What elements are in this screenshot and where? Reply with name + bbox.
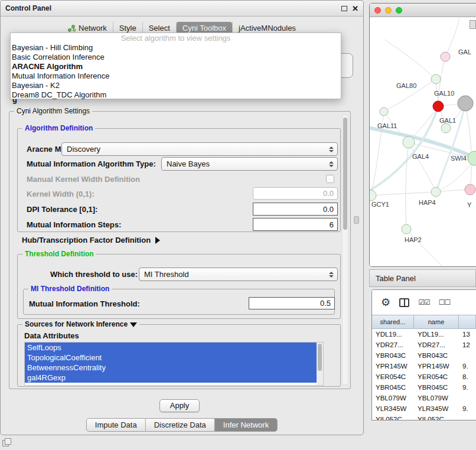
network-node[interactable] <box>402 224 411 234</box>
table-row[interactable]: YIL052CYIL052C <box>372 414 476 420</box>
desktop-window-icon[interactable] <box>2 438 12 447</box>
table-panel-titlebar[interactable]: Table Panel <box>369 269 476 287</box>
deselect-all-checkboxes-icon[interactable]: ☐☐ <box>439 299 451 306</box>
cell: 9. <box>459 384 476 391</box>
table-row[interactable]: YER054CYER054C8. <box>372 371 476 382</box>
column-header-name[interactable]: name <box>414 315 459 328</box>
dropdown-item[interactable]: Bayesian - Hill Climbing <box>11 43 341 53</box>
which-threshold-select[interactable]: MI Threshold <box>139 268 338 281</box>
table-row[interactable]: YBL079WYBL079W <box>372 393 476 403</box>
sources-title: Sources for Network Inference <box>25 320 128 328</box>
network-node-red[interactable] <box>433 101 444 112</box>
overlapping-square-icon <box>5 438 11 445</box>
dropdown-item-selected[interactable]: ARACNE Algorithm <box>11 62 341 71</box>
network-node[interactable] <box>370 190 376 201</box>
table-row[interactable]: YPR145WYPR145W9. <box>372 361 476 371</box>
dpi-tolerance-label: DPI Tolerance [0,1]: <box>27 204 97 216</box>
mi-type-label: Mutual Information Algorithm Type: <box>27 158 156 170</box>
dropdown-item[interactable]: Basic Correlation Inference <box>11 53 341 62</box>
control-panel-titlebar[interactable]: Control Panel ✕ <box>1 1 363 17</box>
mac-close-icon[interactable] <box>374 7 381 14</box>
network-node[interactable] <box>465 184 475 195</box>
network-canvas[interactable]: GAL GAL80 GAL10 GAL11 GAL1 SWI4 GAL4 GCY… <box>370 17 476 266</box>
cell: YBR045C <box>414 384 459 391</box>
cell: YDL19... <box>414 331 459 338</box>
network-node[interactable] <box>431 187 441 197</box>
collapsed-arrow-icon <box>155 237 160 244</box>
table-row[interactable]: YBR043CYBR043C <box>372 350 476 361</box>
close-icon[interactable]: ✕ <box>352 5 358 12</box>
mi-threshold-label: Mutual Information Threshold: <box>29 298 140 310</box>
list-item[interactable]: TopologicalCoefficient <box>25 353 317 363</box>
node-label: GAL10 <box>434 90 454 97</box>
cell: YBL079W <box>414 394 459 402</box>
mi-steps-input[interactable]: 6 <box>253 218 338 231</box>
cell: YBR045C <box>372 384 414 391</box>
which-threshold-label: Which threshold to use: <box>50 269 138 281</box>
network-graph[interactable]: GAL GAL80 GAL10 GAL11 GAL1 SWI4 GAL4 GCY… <box>370 17 476 267</box>
kernel-width-input[interactable]: 0.0 <box>253 187 338 200</box>
window-title: Control Panel <box>5 4 51 12</box>
group-title: Algorithm Definition <box>22 124 95 132</box>
tab-label: jActiveMNodules <box>239 24 296 32</box>
manual-kernel-checkbox[interactable] <box>326 175 334 183</box>
dropdown-item[interactable]: Bayesian - K2 <box>11 81 341 90</box>
combo-arrows-icon <box>329 272 334 278</box>
settings-scrollbar[interactable] <box>342 115 348 385</box>
mac-minimize-icon[interactable] <box>385 7 392 14</box>
node-label: SWI4 <box>451 155 467 162</box>
apply-button[interactable]: Apply <box>159 399 200 412</box>
aracne-mode-select[interactable]: Discovery <box>61 142 338 156</box>
table-panel-title: Table Panel <box>376 274 416 283</box>
tab-impute-data[interactable]: Impute Data <box>86 418 146 432</box>
input-value: 6 <box>330 220 334 229</box>
cell: YDL19... <box>372 331 414 338</box>
hub-definition-toggle[interactable]: Hub/Transcription Factor Definition <box>22 236 160 244</box>
network-node[interactable] <box>441 123 451 133</box>
panel-resize-grip[interactable] <box>354 216 359 224</box>
columns-icon[interactable] <box>399 298 409 307</box>
table-row[interactable]: YBR045CYBR045C9. <box>372 382 476 393</box>
combo-arrows-icon <box>329 161 334 167</box>
table-row[interactable]: YDL19...YDL19...13 <box>372 329 476 340</box>
float-window-icon[interactable] <box>341 6 347 11</box>
data-attributes-list[interactable]: SelfLoops TopologicalCoefficient Between… <box>24 342 324 386</box>
list-item[interactable]: BetweennessCentrality <box>25 363 317 373</box>
network-node[interactable] <box>431 74 441 84</box>
tab-infer-network[interactable]: Infer Network <box>215 418 278 432</box>
network-node[interactable] <box>441 52 450 61</box>
network-node[interactable] <box>458 96 473 111</box>
tab-discretize-data[interactable]: Discretize Data <box>146 418 215 432</box>
dpi-tolerance-input[interactable]: 0.0 <box>253 203 338 216</box>
mi-type-select[interactable]: Naive Bayes <box>161 157 338 171</box>
mi-threshold-input[interactable]: 0.5 <box>249 297 335 309</box>
tab-label: Style <box>119 24 136 32</box>
column-header-shared-name[interactable]: shared... <box>372 315 414 328</box>
settings-scrollbar-thumb[interactable] <box>343 118 347 230</box>
cell: 12 <box>459 341 476 348</box>
tab-label: Network <box>79 24 107 32</box>
network-node[interactable] <box>403 136 415 148</box>
tab-label: Select <box>149 24 170 32</box>
network-window-titlebar[interactable] <box>370 4 476 17</box>
sources-toggle[interactable]: Sources for Network Inference <box>22 320 139 328</box>
column-header-clipped[interactable] <box>459 315 476 328</box>
expanded-arrow-icon <box>130 322 137 327</box>
select-all-checkboxes-icon[interactable]: ☑☑ <box>418 299 430 306</box>
list-item[interactable]: gal4RGexp <box>25 373 317 383</box>
dropdown-item[interactable]: Dream8 DC_TDC Algorithm <box>11 90 341 100</box>
gear-icon[interactable]: ⚙ <box>381 297 390 308</box>
list-item[interactable]: SelfLoops <box>25 343 317 353</box>
table-row[interactable]: YDR27...YDR27...12 <box>372 340 476 350</box>
selected-value: Naive Bayes <box>167 159 210 168</box>
attributes-scrollbar-thumb[interactable] <box>318 344 322 371</box>
cell: 13 <box>459 331 476 338</box>
birdseye-widget[interactable] <box>470 20 476 29</box>
attributes-scrollbar[interactable] <box>317 343 323 385</box>
table-row[interactable]: YLR345WYLR345W9. <box>372 403 476 414</box>
group-title: MI Threshold Definition <box>28 285 112 293</box>
cell: 9. <box>459 363 476 370</box>
network-node[interactable] <box>380 107 388 116</box>
dropdown-item[interactable]: Mutual Information Inference <box>11 71 341 81</box>
mac-zoom-icon[interactable] <box>396 7 402 14</box>
